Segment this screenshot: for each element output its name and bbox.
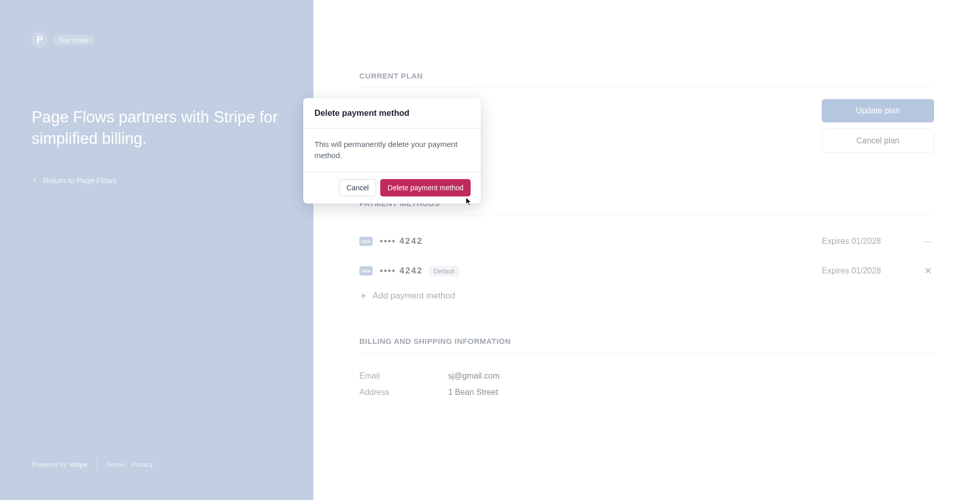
modal-header: Delete payment method [303, 98, 481, 129]
modal-title: Delete payment method [314, 108, 470, 118]
delete-payment-modal: Delete payment method This will permanen… [303, 98, 481, 204]
modal-overlay [0, 0, 980, 500]
modal-body: This will permanently delete your paymen… [303, 129, 481, 172]
delete-payment-method-button[interactable]: Delete payment method [380, 179, 471, 196]
cancel-button[interactable]: Cancel [339, 179, 377, 196]
modal-footer: Cancel Delete payment method [303, 172, 481, 204]
